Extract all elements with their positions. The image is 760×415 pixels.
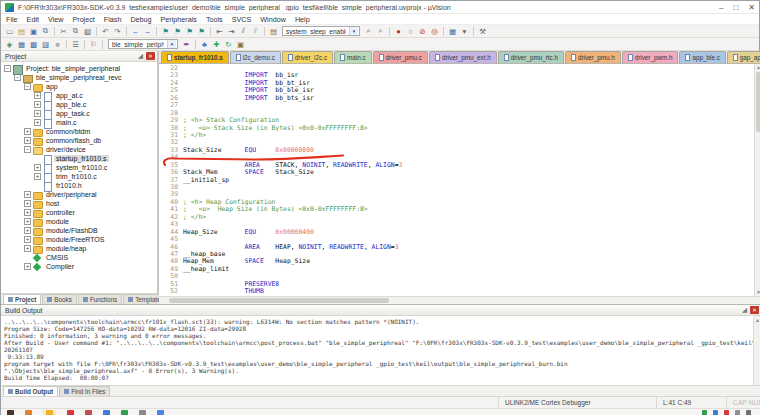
taskbar-app-icon[interactable] xyxy=(85,410,92,415)
taskbar-app-icon[interactable] xyxy=(7,410,14,415)
taskbar-app-icon[interactable] xyxy=(25,410,32,415)
tree-item-project-ble-simple-peripheral[interactable]: −Project: ble_simple_peripheral xyxy=(1,64,157,73)
tree-item-main-c[interactable]: +main.c xyxy=(1,118,157,127)
pin-icon[interactable]: ◢ xyxy=(138,52,143,60)
tree-item-module[interactable]: +module xyxy=(1,217,157,226)
tree-item-system-fr1010-c[interactable]: +system_fr1010.c xyxy=(1,163,157,172)
doc-tab-app-ble-c[interactable]: app_ble.c xyxy=(679,51,725,63)
taskbar-app-icon[interactable] xyxy=(121,410,128,415)
expand-icon[interactable]: + xyxy=(34,101,41,108)
breakpoint-killall-icon[interactable]: ◎ xyxy=(429,26,440,37)
bookmark-next-icon[interactable]: ⚑ xyxy=(184,26,195,37)
debug-windows-icon[interactable]: ▦ xyxy=(447,26,458,37)
bottom-tab-find-in-files[interactable]: Find In Files xyxy=(59,386,110,396)
save-icon[interactable]: ▣ xyxy=(28,26,39,37)
expand-icon[interactable]: + xyxy=(24,191,31,198)
menu-window[interactable]: Window xyxy=(260,15,286,24)
menu-view[interactable]: View xyxy=(48,15,63,24)
collapse-icon[interactable]: − xyxy=(24,83,31,90)
cut-icon[interactable]: ✂ xyxy=(58,26,69,37)
tray-icon[interactable] xyxy=(724,410,729,415)
doc-tab-main-c[interactable]: main.c xyxy=(334,51,372,63)
doc-tab-i2c-demo-c[interactable]: i2c_demo.c xyxy=(230,51,281,63)
expand-icon[interactable]: + xyxy=(34,110,41,117)
menu-edit[interactable]: Edit xyxy=(27,15,39,24)
expand-icon[interactable]: + xyxy=(24,137,31,144)
taskbar-app-icon[interactable] xyxy=(46,410,53,415)
breakpoint-enable-icon[interactable]: ○ xyxy=(405,26,416,37)
editor-vertical-scrollbar[interactable]: ▲ ▼ xyxy=(754,64,760,296)
expand-icon[interactable]: + xyxy=(24,263,31,270)
build-output-log[interactable]: ..\..\..\..\components\toolchain\armcc\f… xyxy=(1,316,760,385)
build-icon[interactable]: ▦ xyxy=(16,39,27,50)
tray-icon[interactable] xyxy=(713,410,718,415)
find-in-files-icon[interactable]: ▤ xyxy=(268,26,279,37)
bottom-tab-build-output[interactable]: Build Output xyxy=(3,386,58,396)
bookmark-clear-icon[interactable]: ⚑ xyxy=(196,26,207,37)
configure-icon[interactable]: ⚒ xyxy=(477,26,488,37)
tree-item-driver-device[interactable]: −driver/device xyxy=(1,145,157,154)
taskbar-app-icon[interactable] xyxy=(139,410,146,415)
indent-right-icon[interactable]: ⇥ xyxy=(226,26,237,37)
batch-build-icon[interactable]: ▨ xyxy=(40,39,51,50)
tray-icon[interactable] xyxy=(735,410,740,415)
collapse-icon[interactable]: − xyxy=(4,65,11,72)
manage-items-icon[interactable]: ✚ xyxy=(211,39,222,50)
flag-icon[interactable]: ⚐ xyxy=(88,39,99,50)
expand-icon[interactable]: + xyxy=(34,119,41,126)
doc-tab-driver-i2c-c[interactable]: driver_i2c.c xyxy=(282,51,333,63)
refresh-icon[interactable]: ↻ xyxy=(223,39,234,50)
expand-icon[interactable]: + xyxy=(24,227,31,234)
undo-icon[interactable]: ↶ xyxy=(100,26,111,37)
target-select-combo[interactable]: ble_simple_periphre..▾ xyxy=(108,39,178,49)
indent-left-icon[interactable]: ⇤ xyxy=(214,26,225,37)
breakpoint-disableall-icon[interactable]: ⊘ xyxy=(417,26,428,37)
doc-tab-gap-api-h[interactable]: gap_api.h xyxy=(727,51,760,63)
tree-item-controller[interactable]: +controller xyxy=(1,208,157,217)
expand-icon[interactable]: + xyxy=(24,236,31,243)
tree-item-app[interactable]: −app xyxy=(1,82,157,91)
nav-back-icon[interactable]: ← xyxy=(130,26,141,37)
collapse-icon[interactable]: − xyxy=(14,74,21,81)
copy-icon[interactable]: ⧉ xyxy=(70,26,81,37)
tree-item-trim-fr1010-c[interactable]: +trim_fr1010.c xyxy=(1,172,157,181)
nav-forward-icon[interactable]: → xyxy=(142,26,153,37)
tree-item-app-ble-c[interactable]: +app_ble.c xyxy=(1,100,157,109)
scroll-down-icon[interactable]: ▼ xyxy=(755,289,760,296)
find-icon[interactable]: ⌕ xyxy=(363,26,374,37)
tree-item-module-heap[interactable]: +module/heap xyxy=(1,244,157,253)
close-button[interactable]: ✕ xyxy=(748,3,755,12)
doc-tab-driver-pwm-h[interactable]: driver_pwm.h xyxy=(622,51,679,63)
panel-tab-books[interactable]: Books xyxy=(42,294,77,304)
menu-svcs[interactable]: SVCS xyxy=(232,15,252,24)
tree-item-compiler[interactable]: +Compiler xyxy=(1,262,157,271)
doc-tab-startup-fr1010-s[interactable]: startup_fr1010.s xyxy=(161,51,229,63)
build-output-scrollbar[interactable]: ▲ xyxy=(753,317,760,385)
tree-item-cmsis[interactable]: CMSIS xyxy=(1,253,157,262)
tree-item-fr1010-h[interactable]: fr1010.h xyxy=(1,181,157,190)
redo-icon[interactable]: ↷ xyxy=(112,26,123,37)
expand-icon[interactable]: + xyxy=(24,245,31,252)
maximize-button[interactable]: □ xyxy=(733,3,738,12)
tree-item-ble-simple-periphreal-revc[interactable]: −ble_simple_periphreal_revc xyxy=(1,73,157,82)
tree-item-common-flash-db[interactable]: +common/flash_db xyxy=(1,136,157,145)
books-icon[interactable]: ⌕ xyxy=(375,26,386,37)
menu-tools[interactable]: Tools xyxy=(206,15,223,24)
breakpoint-insert-icon[interactable]: ● xyxy=(393,26,404,37)
pack-installer-icon[interactable]: ▣ xyxy=(235,39,246,50)
stop-build-icon[interactable]: ■ xyxy=(52,39,63,50)
open-file-icon[interactable]: ▤ xyxy=(16,26,27,37)
menu-project[interactable]: Project xyxy=(72,15,94,24)
code-editor[interactable]: 2223 IMPORT bb_isr24 IMPORT bb_bt_isr25 … xyxy=(159,64,754,296)
doc-tab-driver-pmu-c[interactable]: driver_pmu.c xyxy=(373,51,428,63)
taskbar-app-icon[interactable] xyxy=(103,410,110,415)
tree-item-startup-fr1010-s[interactable]: startup_fr1010.s xyxy=(1,154,157,163)
tree-item-app-task-c[interactable]: +app_task.c xyxy=(1,109,157,118)
windows-dd-arrow-icon[interactable]: ▾ xyxy=(459,26,470,37)
rebuild-icon[interactable]: ▩ xyxy=(28,39,39,50)
minimize-button[interactable]: – xyxy=(719,3,723,12)
new-file-icon[interactable]: ▭ xyxy=(4,26,15,37)
collapse-icon[interactable]: − xyxy=(24,146,31,153)
expand-icon[interactable]: + xyxy=(24,209,31,216)
find-text-combo[interactable]: system_sleep_enable▾ xyxy=(282,26,360,36)
